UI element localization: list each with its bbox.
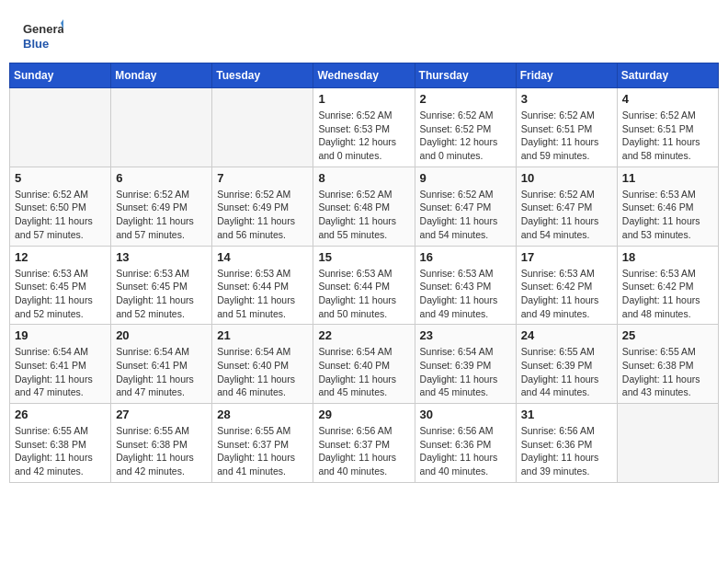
calendar-cell: 13Sunrise: 6:53 AMSunset: 6:45 PMDayligh… bbox=[111, 246, 212, 325]
day-number: 2 bbox=[420, 92, 511, 106]
svg-text:Blue: Blue bbox=[23, 37, 49, 51]
day-number: 26 bbox=[15, 408, 106, 421]
calendar-cell: 11Sunrise: 6:53 AMSunset: 6:46 PMDayligh… bbox=[617, 167, 718, 246]
day-info: Sunrise: 6:52 AMSunset: 6:50 PMDaylight:… bbox=[15, 188, 106, 242]
day-info: Sunrise: 6:52 AMSunset: 6:48 PMDaylight:… bbox=[318, 188, 409, 242]
calendar-table: SundayMondayTuesdayWednesdayThursdayFrid… bbox=[9, 63, 719, 483]
calendar-cell: 27Sunrise: 6:55 AMSunset: 6:38 PMDayligh… bbox=[111, 404, 212, 483]
day-info: Sunrise: 6:53 AMSunset: 6:43 PMDaylight:… bbox=[420, 267, 511, 321]
weekday-header-thursday: Thursday bbox=[415, 63, 516, 88]
day-number: 13 bbox=[116, 250, 207, 264]
calendar-cell: 9Sunrise: 6:52 AMSunset: 6:47 PMDaylight… bbox=[415, 167, 516, 246]
calendar-cell: 15Sunrise: 6:53 AMSunset: 6:44 PMDayligh… bbox=[313, 246, 415, 325]
calendar-cell bbox=[10, 88, 111, 167]
calendar-cell: 18Sunrise: 6:53 AMSunset: 6:42 PMDayligh… bbox=[617, 246, 718, 325]
day-number: 24 bbox=[521, 328, 612, 342]
day-number: 8 bbox=[318, 171, 409, 185]
day-info: Sunrise: 6:54 AMSunset: 6:40 PMDaylight:… bbox=[318, 345, 409, 399]
calendar-week-row: 5Sunrise: 6:52 AMSunset: 6:50 PMDaylight… bbox=[10, 167, 719, 246]
calendar-cell: 31Sunrise: 6:56 AMSunset: 6:36 PMDayligh… bbox=[516, 404, 617, 483]
day-info: Sunrise: 6:52 AMSunset: 6:53 PMDaylight:… bbox=[318, 109, 409, 163]
calendar-cell: 3Sunrise: 6:52 AMSunset: 6:51 PMDaylight… bbox=[516, 88, 617, 167]
day-number: 7 bbox=[217, 171, 308, 185]
weekday-header-row: SundayMondayTuesdayWednesdayThursdayFrid… bbox=[10, 63, 719, 88]
day-info: Sunrise: 6:53 AMSunset: 6:42 PMDaylight:… bbox=[521, 267, 612, 321]
calendar-cell: 23Sunrise: 6:54 AMSunset: 6:39 PMDayligh… bbox=[415, 325, 516, 404]
calendar-week-row: 19Sunrise: 6:54 AMSunset: 6:41 PMDayligh… bbox=[10, 325, 719, 404]
calendar-cell: 26Sunrise: 6:55 AMSunset: 6:38 PMDayligh… bbox=[10, 404, 111, 483]
day-info: Sunrise: 6:54 AMSunset: 6:39 PMDaylight:… bbox=[420, 345, 511, 399]
day-number: 9 bbox=[420, 171, 511, 185]
calendar-week-row: 12Sunrise: 6:53 AMSunset: 6:45 PMDayligh… bbox=[10, 246, 719, 325]
day-number: 17 bbox=[521, 250, 612, 264]
day-number: 15 bbox=[318, 250, 409, 264]
day-number: 18 bbox=[622, 250, 713, 264]
weekday-header-sunday: Sunday bbox=[10, 63, 111, 88]
calendar-cell: 5Sunrise: 6:52 AMSunset: 6:50 PMDaylight… bbox=[10, 167, 111, 246]
day-info: Sunrise: 6:55 AMSunset: 6:38 PMDaylight:… bbox=[15, 424, 106, 478]
day-info: Sunrise: 6:53 AMSunset: 6:45 PMDaylight:… bbox=[15, 267, 106, 321]
day-number: 20 bbox=[116, 328, 207, 342]
day-info: Sunrise: 6:52 AMSunset: 6:52 PMDaylight:… bbox=[420, 109, 511, 163]
day-number: 25 bbox=[622, 328, 713, 342]
day-info: Sunrise: 6:55 AMSunset: 6:37 PMDaylight:… bbox=[217, 424, 308, 478]
day-number: 19 bbox=[15, 328, 106, 342]
day-number: 6 bbox=[116, 171, 207, 185]
calendar-cell: 14Sunrise: 6:53 AMSunset: 6:44 PMDayligh… bbox=[212, 246, 313, 325]
calendar-cell: 29Sunrise: 6:56 AMSunset: 6:37 PMDayligh… bbox=[313, 404, 415, 483]
day-info: Sunrise: 6:52 AMSunset: 6:47 PMDaylight:… bbox=[521, 188, 612, 242]
calendar-cell: 24Sunrise: 6:55 AMSunset: 6:39 PMDayligh… bbox=[516, 325, 617, 404]
day-info: Sunrise: 6:52 AMSunset: 6:51 PMDaylight:… bbox=[521, 109, 612, 163]
logo-svg: General Blue bbox=[23, 18, 63, 53]
day-number: 16 bbox=[420, 250, 511, 264]
day-info: Sunrise: 6:54 AMSunset: 6:41 PMDaylight:… bbox=[116, 345, 207, 399]
calendar-cell bbox=[111, 88, 212, 167]
day-info: Sunrise: 6:53 AMSunset: 6:42 PMDaylight:… bbox=[622, 267, 713, 321]
day-number: 14 bbox=[217, 250, 308, 264]
calendar-cell: 12Sunrise: 6:53 AMSunset: 6:45 PMDayligh… bbox=[10, 246, 111, 325]
day-info: Sunrise: 6:53 AMSunset: 6:44 PMDaylight:… bbox=[217, 267, 308, 321]
day-info: Sunrise: 6:56 AMSunset: 6:36 PMDaylight:… bbox=[420, 424, 511, 478]
day-info: Sunrise: 6:55 AMSunset: 6:39 PMDaylight:… bbox=[521, 345, 612, 399]
calendar-cell: 16Sunrise: 6:53 AMSunset: 6:43 PMDayligh… bbox=[415, 246, 516, 325]
day-info: Sunrise: 6:54 AMSunset: 6:40 PMDaylight:… bbox=[217, 345, 308, 399]
day-number: 22 bbox=[318, 328, 409, 342]
calendar-cell: 2Sunrise: 6:52 AMSunset: 6:52 PMDaylight… bbox=[415, 88, 516, 167]
calendar-cell: 22Sunrise: 6:54 AMSunset: 6:40 PMDayligh… bbox=[313, 325, 415, 404]
weekday-header-monday: Monday bbox=[111, 63, 212, 88]
calendar-cell bbox=[212, 88, 313, 167]
day-info: Sunrise: 6:52 AMSunset: 6:47 PMDaylight:… bbox=[420, 188, 511, 242]
calendar-cell: 17Sunrise: 6:53 AMSunset: 6:42 PMDayligh… bbox=[516, 246, 617, 325]
calendar-cell: 4Sunrise: 6:52 AMSunset: 6:51 PMDaylight… bbox=[617, 88, 718, 167]
calendar-cell: 10Sunrise: 6:52 AMSunset: 6:47 PMDayligh… bbox=[516, 167, 617, 246]
day-info: Sunrise: 6:52 AMSunset: 6:51 PMDaylight:… bbox=[622, 109, 713, 163]
calendar-cell: 28Sunrise: 6:55 AMSunset: 6:37 PMDayligh… bbox=[212, 404, 313, 483]
calendar-week-row: 1Sunrise: 6:52 AMSunset: 6:53 PMDaylight… bbox=[10, 88, 719, 167]
calendar-week-row: 26Sunrise: 6:55 AMSunset: 6:38 PMDayligh… bbox=[10, 404, 719, 483]
day-info: Sunrise: 6:53 AMSunset: 6:44 PMDaylight:… bbox=[318, 267, 409, 321]
calendar-cell bbox=[617, 404, 718, 483]
calendar-cell: 20Sunrise: 6:54 AMSunset: 6:41 PMDayligh… bbox=[111, 325, 212, 404]
day-info: Sunrise: 6:54 AMSunset: 6:41 PMDaylight:… bbox=[15, 345, 106, 399]
day-info: Sunrise: 6:56 AMSunset: 6:37 PMDaylight:… bbox=[318, 424, 409, 478]
calendar-cell: 30Sunrise: 6:56 AMSunset: 6:36 PMDayligh… bbox=[415, 404, 516, 483]
svg-text:General: General bbox=[23, 22, 63, 36]
day-number: 30 bbox=[420, 408, 511, 421]
day-number: 27 bbox=[116, 408, 207, 421]
day-info: Sunrise: 6:55 AMSunset: 6:38 PMDaylight:… bbox=[622, 345, 713, 399]
weekday-header-tuesday: Tuesday bbox=[212, 63, 313, 88]
day-number: 10 bbox=[521, 171, 612, 185]
page-header: General Blue bbox=[9, 9, 719, 58]
day-info: Sunrise: 6:52 AMSunset: 6:49 PMDaylight:… bbox=[217, 188, 308, 242]
day-number: 4 bbox=[622, 92, 713, 106]
day-info: Sunrise: 6:55 AMSunset: 6:38 PMDaylight:… bbox=[116, 424, 207, 478]
day-number: 11 bbox=[622, 171, 713, 185]
weekday-header-wednesday: Wednesday bbox=[313, 63, 415, 88]
calendar-cell: 21Sunrise: 6:54 AMSunset: 6:40 PMDayligh… bbox=[212, 325, 313, 404]
day-number: 28 bbox=[217, 408, 308, 421]
calendar-cell: 8Sunrise: 6:52 AMSunset: 6:48 PMDaylight… bbox=[313, 167, 415, 246]
day-info: Sunrise: 6:52 AMSunset: 6:49 PMDaylight:… bbox=[116, 188, 207, 242]
day-number: 3 bbox=[521, 92, 612, 106]
day-number: 5 bbox=[15, 171, 106, 185]
calendar-cell: 6Sunrise: 6:52 AMSunset: 6:49 PMDaylight… bbox=[111, 167, 212, 246]
